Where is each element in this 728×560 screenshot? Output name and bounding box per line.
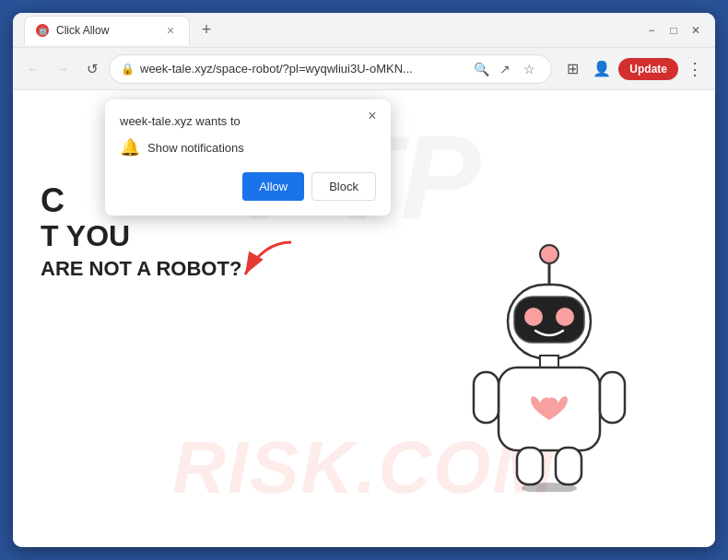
menu-button[interactable]: ⋮ xyxy=(682,56,708,82)
svg-rect-9 xyxy=(600,372,625,423)
extensions-button[interactable]: ⊞ xyxy=(559,56,585,82)
window-controls: − □ ✕ xyxy=(643,23,704,38)
svg-point-1 xyxy=(540,245,558,263)
lock-icon: 🔒 xyxy=(121,63,135,76)
block-button[interactable]: Block xyxy=(311,172,376,201)
svg-point-4 xyxy=(524,308,543,326)
bell-icon: 🔔 xyxy=(120,137,140,158)
search-url-icon[interactable]: 🔍 xyxy=(470,58,492,80)
popup-buttons: Allow Block xyxy=(120,172,376,201)
profile-button[interactable]: 👤 xyxy=(589,56,615,82)
browser-actions: ⊞ 👤 Update ⋮ xyxy=(559,56,708,82)
title-bar: 🤖 Click Allow × + − □ ✕ xyxy=(13,13,715,48)
bookmark-icon[interactable]: ☆ xyxy=(518,58,540,80)
refresh-button[interactable]: ↺ xyxy=(79,56,105,82)
active-tab[interactable]: 🤖 Click Allow × xyxy=(24,16,190,45)
svg-rect-10 xyxy=(517,448,543,484)
popup-close-button[interactable]: × xyxy=(363,107,382,125)
back-button[interactable]: ← xyxy=(20,56,46,82)
allow-button[interactable]: Allow xyxy=(242,172,304,201)
tab-bar: 🤖 Click Allow × + xyxy=(24,16,708,45)
permission-popup: × week-tale.xyz wants to 🔔 Show notifica… xyxy=(105,99,391,216)
close-tab-button[interactable]: × xyxy=(163,23,178,38)
close-window-button[interactable]: ✕ xyxy=(687,23,704,38)
maximize-button[interactable]: □ xyxy=(665,23,682,38)
minimize-button[interactable]: − xyxy=(643,23,660,38)
page-heading-confirm: T YOU xyxy=(41,219,365,253)
update-button[interactable]: Update xyxy=(618,58,678,80)
new-tab-button[interactable]: + xyxy=(194,18,219,43)
popup-notification-row: 🔔 Show notifications xyxy=(120,137,376,158)
tab-favicon: 🤖 xyxy=(36,24,49,37)
allow-arrow xyxy=(227,233,300,292)
forward-button[interactable]: → xyxy=(50,56,76,82)
share-icon[interactable]: ↗ xyxy=(494,58,516,80)
tab-title: Click Allow xyxy=(56,24,156,37)
url-text: week-tale.xyz/space-robot/?pl=wyqwliui3U… xyxy=(140,62,464,76)
popup-site-text: week-tale.xyz wants to xyxy=(120,114,376,128)
svg-rect-8 xyxy=(474,372,499,423)
svg-rect-11 xyxy=(556,448,581,484)
browser-window: 🤖 Click Allow × + − □ ✕ ← → ↺ 🔒 week-tal… xyxy=(13,13,715,547)
url-right-icons: 🔍 ↗ ☆ xyxy=(470,58,540,80)
svg-point-5 xyxy=(556,308,574,326)
address-bar: ← → ↺ 🔒 week-tale.xyz/space-robot/?pl=wy… xyxy=(13,48,715,90)
popup-notification-label: Show notifications xyxy=(147,141,244,155)
url-field[interactable]: 🔒 week-tale.xyz/space-robot/?pl=wyqwliui… xyxy=(109,54,552,84)
page-heading-2: ARE NOT A ROBOT? xyxy=(41,257,365,281)
robot-image xyxy=(457,234,678,529)
page-content: PTP RISK.COM C T YOU ARE NOT A ROBOT? xyxy=(13,90,715,547)
